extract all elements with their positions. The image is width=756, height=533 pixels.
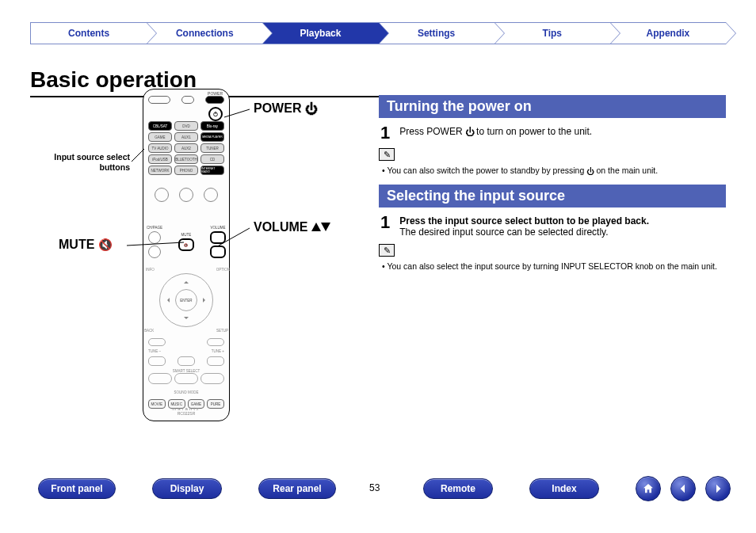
power-icon (465, 127, 474, 135)
btn-display[interactable]: Display (152, 478, 222, 499)
label-input-source: Input source select buttons (52, 152, 130, 172)
tab-connections[interactable]: Connections (147, 22, 262, 44)
note-input: You can also select the input source by … (382, 261, 724, 271)
tab-contents[interactable]: Contents (30, 22, 147, 44)
note-icon: ✎ (379, 244, 395, 257)
page-number: 53 (369, 482, 380, 493)
triangle-up-icon (311, 223, 321, 231)
btn-next[interactable] (705, 476, 731, 501)
mute-icon: 🔇 (98, 238, 112, 251)
remote-illustration: POWER CBL/SAT DVD Blu-ray GAME AUX1 MEDI… (143, 89, 230, 421)
tab-label: Tips (543, 28, 562, 39)
btn-rear-panel[interactable]: Rear panel (258, 478, 336, 499)
page-title: Basic operation (30, 67, 726, 97)
step-1-input: 1 Press the input source select button t… (380, 214, 724, 238)
label-power: POWER (254, 101, 316, 116)
label-mute: MUTE 🔇 (59, 238, 112, 252)
remote-power-button (208, 107, 223, 121)
tab-label: Playback (300, 28, 341, 39)
arrow-left-icon (677, 482, 689, 495)
arrow-right-icon (712, 482, 724, 495)
tab-settings[interactable]: Settings (379, 22, 494, 44)
tab-tips[interactable]: Tips (494, 22, 610, 44)
btn-index[interactable]: Index (529, 478, 599, 499)
remote-mute-button: 🔇 (178, 238, 194, 251)
btn-home[interactable] (636, 476, 661, 501)
power-icon (305, 102, 316, 113)
label-volume: VOLUME (254, 220, 330, 234)
btn-remote[interactable]: Remote (423, 478, 493, 499)
tab-appendix[interactable]: Appendix (610, 22, 726, 44)
step-1-power: 1 Press POWER to turn on power to the un… (380, 124, 724, 142)
remote-volume-down (210, 246, 226, 258)
btn-prev[interactable] (670, 476, 696, 501)
home-icon (642, 482, 655, 495)
btn-front-panel[interactable]: Front panel (38, 478, 116, 499)
top-tab-nav: Contents Connections Playback Settings T… (30, 22, 726, 44)
section-heading-power: Turning the power on (379, 95, 726, 118)
tab-label: Connections (176, 28, 234, 39)
note-icon: ✎ (379, 148, 395, 161)
triangle-down-icon (321, 223, 330, 231)
tab-label: Contents (68, 28, 109, 39)
note-power: You can also switch the power to standby… (382, 166, 724, 175)
remote-input-source-buttons: CBL/SAT DVD Blu-ray GAME AUX1 MEDIA PLAY… (148, 121, 224, 175)
section-heading-input: Selecting the input source (379, 185, 726, 207)
tab-playback[interactable]: Playback (262, 22, 378, 44)
power-icon (586, 166, 594, 173)
tab-label: Appendix (647, 28, 690, 39)
tab-label: Settings (418, 28, 455, 39)
remote-volume-up (210, 231, 226, 244)
